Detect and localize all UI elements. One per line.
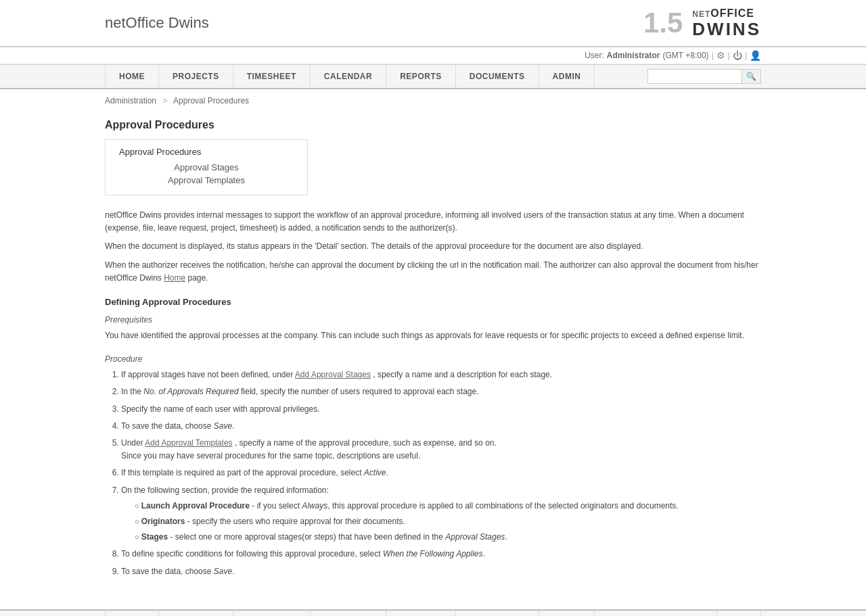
separator1: | (712, 51, 714, 60)
sub-item-launch: Launch Approval Procedure - if you selec… (135, 500, 761, 513)
intro-p3: When the authorizer receives the notific… (105, 259, 761, 285)
footer-nav-reports[interactable]: REPORTS (386, 611, 456, 616)
sub-item-stages: Stages - select one or more approval sta… (135, 531, 761, 544)
footer-nav-home[interactable]: HOME (105, 611, 159, 616)
main-content: Approval Procedures Approval Procedures … (0, 112, 866, 609)
step-8: To define specific conditions for follow… (121, 548, 761, 561)
top-nav: HOME PROJECTS TIMESHEET CALENDAR REPORTS… (0, 64, 866, 89)
footer-nav-timesheet[interactable]: TIMESHEET (233, 611, 311, 616)
procedure-list: If approval stages have not been defined… (121, 369, 761, 577)
step-9: To save the data, choose Save. (121, 565, 761, 578)
nav-item-home[interactable]: HOME (105, 65, 159, 88)
user-label: User: (585, 51, 604, 60)
separator3: | (745, 51, 747, 60)
procedure-heading: Procedure (105, 353, 761, 366)
nav-item-timesheet[interactable]: TIMESHEET (233, 65, 311, 88)
add-approval-templates-link[interactable]: Add Approval Templates (145, 438, 232, 448)
search-box: 🔍 (647, 65, 761, 88)
breadcrumb-current: Approval Procedures (173, 96, 249, 105)
separator2: | (728, 51, 730, 60)
intro-p1: netOffice Dwins provides internal messag… (105, 209, 761, 235)
logo-text: netOffice Dwins (105, 14, 209, 31)
toc-box: Approval Procedures Approval Stages Appr… (105, 139, 308, 195)
username: Administrator (607, 51, 660, 60)
prerequisites-heading: Prerequisites (105, 314, 761, 327)
defining-heading: Defining Approval Procedures (105, 295, 761, 310)
nav-item-admin[interactable]: ADMIN (539, 65, 595, 88)
footer-top-link[interactable]: TOP (716, 611, 761, 616)
breadcrumb-separator: > (162, 96, 167, 105)
step-6: If this template is required as part of … (121, 467, 761, 479)
settings-icon[interactable]: ⚙ (716, 50, 725, 61)
header: netOffice Dwins 1.5 netOFFICE DWINS (0, 0, 866, 47)
intro-p2: When the document is displayed, its stat… (105, 240, 761, 253)
home-link[interactable]: Home (164, 273, 185, 283)
nav-item-reports[interactable]: REPORTS (386, 65, 456, 88)
breadcrumb-parent[interactable]: Administration (105, 96, 156, 105)
nav-item-calendar[interactable]: CALENDAR (311, 65, 386, 88)
power-icon[interactable]: ⏻ (733, 50, 742, 61)
version-number: 1.5 (643, 7, 683, 39)
nav-item-projects[interactable]: PROJECTS (159, 65, 233, 88)
step-4: To save the data, choose Save. (121, 420, 761, 433)
toc-title: Approval Procedures (119, 147, 294, 157)
breadcrumb: Administration > Approval Procedures (0, 89, 866, 112)
logo: netOffice Dwins (105, 14, 209, 32)
step-5: Under Add Approval Templates , specify a… (121, 437, 761, 463)
user-icon[interactable]: 👤 (750, 50, 761, 61)
brand-block: netOFFICE DWINS (692, 7, 761, 39)
add-approval-stages-link[interactable]: Add Approval Stages (295, 370, 371, 379)
step-1: If approval stages have not been defined… (121, 369, 761, 381)
footer-nav-admin[interactable]: ADMIN (539, 611, 595, 616)
intro-section: netOffice Dwins provides internal messag… (105, 209, 761, 285)
logo-right: 1.5 netOFFICE DWINS (643, 7, 761, 39)
brand-net-label: netOFFICE (692, 7, 761, 20)
defining-section: Defining Approval Procedures Prerequisit… (105, 295, 761, 342)
prerequisites-text: You have identified the approval process… (105, 329, 761, 342)
toc-link-templates[interactable]: Approval Templates (168, 175, 245, 185)
footer-nav: HOME PROJECTS TIMESHEET CALENDAR REPORTS… (0, 609, 866, 616)
step-7: On the following section, provide the re… (121, 484, 761, 544)
toc-link-stages[interactable]: Approval Stages (174, 162, 238, 172)
step-2: In the No. of Approvals Required field, … (121, 385, 761, 398)
step-3: Specify the name of each user with appro… (121, 403, 761, 416)
footer-nav-calendar[interactable]: CALENDAR (311, 611, 386, 616)
nav-item-documents[interactable]: DOCUMENTS (456, 65, 539, 88)
toc-item-templates[interactable]: Approval Templates (119, 175, 294, 185)
search-input[interactable] (647, 69, 742, 84)
page-title: Approval Procedures (105, 119, 761, 131)
footer-nav-projects[interactable]: PROJECTS (159, 611, 233, 616)
footer-nav-documents[interactable]: DOCUMENTS (456, 611, 539, 616)
timezone: (GMT +8:00) (662, 51, 708, 60)
toc-item-stages[interactable]: Approval Stages (119, 162, 294, 172)
sub-item-originators: Originators - specify the users who requ… (135, 515, 761, 528)
procedure-section: Procedure If approval stages have not be… (105, 353, 761, 578)
search-button[interactable]: 🔍 (742, 69, 761, 84)
brand-dwins-label: DWINS (692, 20, 761, 39)
userbar: User: Administrator (GMT +8:00) | ⚙ | ⏻ … (0, 47, 866, 64)
sub-info-list: Launch Approval Procedure - if you selec… (135, 500, 761, 544)
